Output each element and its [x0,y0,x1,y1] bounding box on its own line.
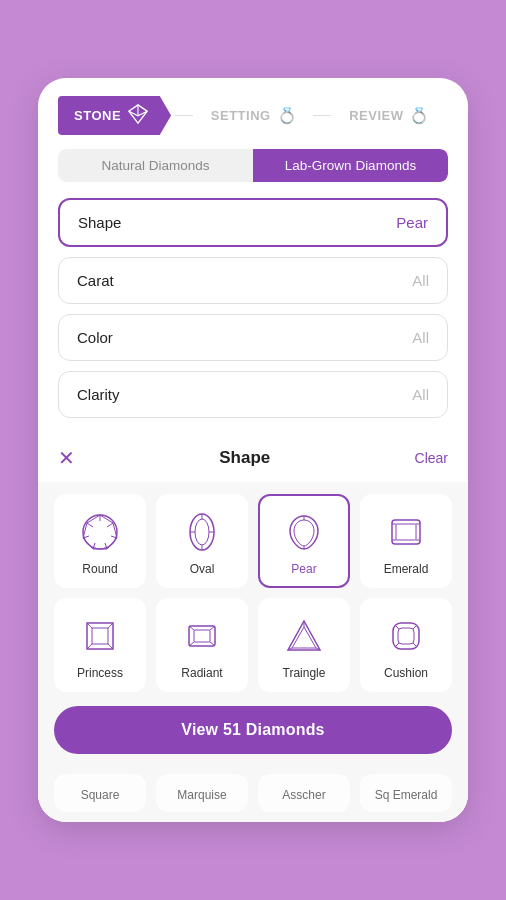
diamond-tabs: Natural Diamonds Lab-Grown Diamonds [58,149,448,182]
shape-radiant[interactable]: Radiant [156,598,248,692]
step-setting-label: SETTING [211,108,271,123]
cta-wrapper: View 51 Diamonds [38,692,468,764]
shape-sq-emerald-label: Sq Emerald [375,788,438,802]
shape-marquise[interactable]: Marquise [156,774,248,812]
shape-oval[interactable]: Oval [156,494,248,588]
svg-line-46 [395,643,399,647]
shape-princess[interactable]: Princess [54,598,146,692]
filter-carat-value: All [412,272,429,289]
filter-shape-label: Shape [78,214,121,231]
svg-line-5 [107,523,113,527]
shape-square-label: Square [81,788,120,802]
filter-color-label: Color [77,329,113,346]
step-review-label: REVIEW [349,108,403,123]
svg-line-44 [395,625,399,629]
step-review-box: REVIEW 💍 [333,99,444,132]
step-setting[interactable]: SETTING 💍 [195,99,311,132]
filter-clarity[interactable]: Clarity All [58,371,448,418]
step-stone[interactable]: STONE [58,96,173,135]
shape-cushion[interactable]: Cushion [360,598,452,692]
svg-rect-32 [194,630,210,642]
diamond-icon [127,103,149,128]
svg-point-12 [195,519,209,545]
shape-sheet: ✕ Shape Clear [38,430,468,822]
svg-rect-43 [398,628,414,644]
filter-shape-value: Pear [396,214,428,231]
shape-princess-label: Princess [77,666,123,680]
sheet-title: Shape [75,448,415,468]
shape-square[interactable]: Square [54,774,146,812]
filter-clarity-value: All [412,386,429,403]
shape-cushion-label: Cushion [384,666,428,680]
step-divider-1 [175,115,193,116]
pear-icon [280,508,328,556]
filter-carat[interactable]: Carat All [58,257,448,304]
step-divider-2 [313,115,331,116]
main-card: STONE SETTING 💍 REVIEW 💍 [38,78,468,822]
emerald-icon [382,508,430,556]
shape-oval-label: Oval [190,562,215,576]
shape-pear-label: Pear [291,562,316,576]
ring-icon-2: 💍 [409,106,430,125]
shape-row-partial: Square Marquise Asscher Sq Emerald [38,764,468,822]
shape-triangle[interactable]: Traingle [258,598,350,692]
filter-clarity-label: Clarity [77,386,120,403]
close-icon[interactable]: ✕ [58,446,75,470]
view-diamonds-button[interactable]: View 51 Diamonds [54,706,452,754]
shape-pear[interactable]: Pear [258,494,350,588]
filter-list: Shape Pear Carat All Color All Clarity A… [38,198,468,418]
step-setting-box: SETTING 💍 [195,99,311,132]
shape-asscher-label: Asscher [282,788,325,802]
shape-round-label: Round [82,562,117,576]
svg-rect-20 [396,524,416,540]
shape-round[interactable]: Round [54,494,146,588]
steps-bar: STONE SETTING 💍 REVIEW 💍 [38,78,468,149]
princess-icon [76,612,124,660]
cushion-icon [382,612,430,660]
step-stone-label: STONE [74,108,121,123]
triangle-icon [280,612,328,660]
shape-radiant-label: Radiant [181,666,222,680]
filter-carat-label: Carat [77,272,114,289]
tab-lab-grown[interactable]: Lab-Grown Diamonds [253,149,448,182]
shape-emerald[interactable]: Emerald [360,494,452,588]
filter-shape[interactable]: Shape Pear [58,198,448,247]
sheet-header: ✕ Shape Clear [38,430,468,482]
shape-marquise-label: Marquise [177,788,226,802]
filter-color-value: All [412,329,429,346]
shape-grid: Round Oval [38,482,468,692]
svg-line-45 [413,625,417,629]
svg-rect-26 [92,628,108,644]
shape-emerald-label: Emerald [384,562,429,576]
clear-button[interactable]: Clear [415,450,448,466]
step-stone-box: STONE [58,96,171,135]
ring-icon-1: 💍 [277,106,298,125]
shape-triangle-label: Traingle [283,666,326,680]
shape-asscher[interactable]: Asscher [258,774,350,812]
oval-icon [178,508,226,556]
step-review[interactable]: REVIEW 💍 [333,99,448,132]
svg-line-10 [87,523,93,527]
shape-sq-emerald[interactable]: Sq Emerald [360,774,452,812]
filter-color[interactable]: Color All [58,314,448,361]
tab-natural[interactable]: Natural Diamonds [58,149,253,182]
svg-line-47 [413,643,417,647]
round-icon [76,508,124,556]
radiant-icon [178,612,226,660]
